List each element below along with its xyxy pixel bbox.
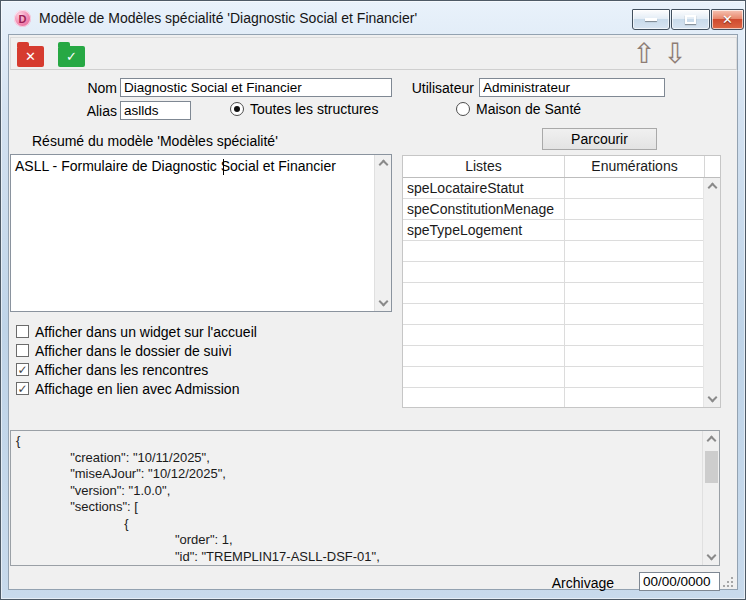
table-cell-liste[interactable]: speTypeLogement — [403, 220, 565, 240]
utilisateur-label: Utilisateur — [389, 79, 474, 98]
resume-textarea[interactable]: ASLL - Formulaire de Diagnostic Social e… — [11, 155, 374, 311]
table-row[interactable] — [403, 367, 720, 388]
app-window: D Modèle de Modèles spécialité 'Diagnost… — [0, 0, 746, 600]
scroll-up-arrow-icon[interactable] — [707, 436, 717, 446]
checkbox-box[interactable]: ✓ — [16, 363, 29, 376]
utilisateur-input[interactable] — [479, 78, 665, 97]
validate-button[interactable]: ✓ — [58, 46, 85, 67]
table-cell-enumeration[interactable] — [565, 241, 705, 261]
lists-table-rows: speLocataireStatutspeConstitutionMenages… — [403, 178, 720, 407]
archivage-date-input[interactable] — [639, 572, 720, 591]
radio-toutes-structures-label: Toutes les structures — [250, 101, 378, 117]
alias-input[interactable] — [120, 101, 191, 120]
table-cell-liste[interactable] — [403, 304, 565, 324]
titlebar[interactable]: D Modèle de Modèles spécialité 'Diagnost… — [1, 1, 745, 34]
scrollbar-thumb[interactable] — [705, 451, 718, 483]
maximize-icon — [685, 15, 696, 24]
table-row[interactable] — [403, 388, 720, 407]
checkbox-list: Afficher dans un widget sur l'accueilAff… — [16, 322, 376, 398]
table-cell-enumeration[interactable] — [565, 178, 705, 198]
table-cell-liste[interactable] — [403, 346, 565, 366]
dialog-content: ✕ ✓ ⇧ ⇩ Nom Utilisateur Alias Toutes les… — [8, 34, 738, 590]
minimize-icon — [645, 18, 657, 21]
column-header-enumerations[interactable]: Enumérations — [565, 156, 705, 177]
json-scrollbar[interactable] — [702, 431, 719, 565]
resume-label: Résumé du modèle 'Modèles spécialité' — [32, 132, 278, 151]
app-icon: D — [14, 10, 31, 27]
json-preview-text[interactable]: { "creation": "10/11/2025", "miseAJour":… — [11, 433, 701, 565]
checkbox-box[interactable] — [16, 325, 29, 338]
table-cell-liste[interactable] — [403, 367, 565, 387]
cancel-folder-icon: ✕ — [17, 46, 44, 67]
resume-scrollbar[interactable] — [374, 155, 391, 311]
json-line: { — [16, 433, 701, 450]
scroll-up-arrow-icon[interactable] — [708, 183, 718, 193]
scroll-up-arrow-icon[interactable] — [379, 160, 389, 170]
radio-maison-sante[interactable]: Maison de Santé — [456, 101, 581, 117]
scroll-down-arrow-icon[interactable] — [708, 393, 718, 403]
resize-grip-dots — [723, 577, 725, 579]
table-cell-liste[interactable]: speConstitutionMenage — [403, 199, 565, 219]
table-cell-enumeration[interactable] — [565, 283, 705, 303]
json-line: "sections": [ — [16, 499, 701, 516]
resume-box: ASLL - Formulaire de Diagnostic Social e… — [10, 154, 392, 312]
json-line: { — [16, 516, 701, 533]
table-cell-enumeration[interactable] — [565, 199, 705, 219]
lists-table-header: Listes Enumérations — [403, 156, 720, 178]
maximize-button[interactable] — [671, 9, 710, 30]
table-cell-enumeration[interactable] — [565, 220, 705, 240]
validate-folder-icon: ✓ — [58, 46, 85, 67]
move-down-button[interactable]: ⇩ — [661, 37, 689, 71]
parcourir-button[interactable]: Parcourir — [542, 128, 657, 150]
resize-grip[interactable] — [723, 577, 735, 589]
checkbox-label: Afficher dans le dossier de suivi — [35, 343, 232, 359]
table-cell-liste[interactable] — [403, 388, 565, 407]
table-row[interactable] — [403, 304, 720, 325]
checkbox-row[interactable]: ✓Affichage en lien avec Admission — [16, 379, 376, 398]
table-row[interactable]: speLocataireStatut — [403, 178, 720, 199]
table-row[interactable] — [403, 241, 720, 262]
table-cell-enumeration[interactable] — [565, 346, 705, 366]
up-arrow-icon: ⇧ — [632, 37, 655, 70]
cancel-button[interactable]: ✕ — [17, 46, 44, 67]
scroll-down-arrow-icon[interactable] — [379, 297, 389, 307]
scroll-down-arrow-icon[interactable] — [707, 551, 717, 561]
checkbox-box[interactable] — [16, 344, 29, 357]
table-row[interactable] — [403, 346, 720, 367]
close-button[interactable]: ✕ — [711, 9, 744, 30]
table-row[interactable] — [403, 283, 720, 304]
table-cell-enumeration[interactable] — [565, 388, 705, 407]
table-cell-enumeration[interactable] — [565, 304, 705, 324]
table-cell-enumeration[interactable] — [565, 367, 705, 387]
table-row[interactable]: speConstitutionMenage — [403, 199, 720, 220]
window-title: Modèle de Modèles spécialité 'Diagnostic… — [39, 10, 417, 26]
json-line: "id": "TREMPLIN17-ASLL-DSF-01", — [16, 549, 701, 566]
table-cell-liste[interactable]: speLocataireStatut — [403, 178, 565, 198]
table-cell-enumeration[interactable] — [565, 262, 705, 282]
app-icon-letter: D — [19, 13, 27, 25]
lists-table-body: speLocataireStatutspeConstitutionMenages… — [403, 178, 720, 407]
checkbox-row[interactable]: Afficher dans un widget sur l'accueil — [16, 322, 376, 341]
table-cell-liste[interactable] — [403, 283, 565, 303]
table-row[interactable]: speTypeLogement — [403, 220, 720, 241]
table-cell-liste[interactable] — [403, 262, 565, 282]
radio-maison-sante-dot — [456, 102, 470, 116]
minimize-button[interactable] — [632, 9, 670, 30]
table-scrollbar[interactable] — [703, 178, 720, 407]
table-cell-liste[interactable] — [403, 241, 565, 261]
checkbox-row[interactable]: ✓Afficher dans les rencontres — [16, 360, 376, 379]
move-up-button[interactable]: ⇧ — [630, 37, 658, 71]
table-row[interactable] — [403, 262, 720, 283]
radio-toutes-structures[interactable]: Toutes les structures — [230, 101, 378, 117]
table-cell-liste[interactable] — [403, 325, 565, 345]
column-header-listes[interactable]: Listes — [403, 156, 565, 177]
table-row[interactable] — [403, 325, 720, 346]
json-line: "version": "1.0.0", — [16, 483, 701, 500]
toolbar: ✕ ✓ ⇧ ⇩ — [10, 37, 737, 70]
checkbox-box[interactable]: ✓ — [16, 382, 29, 395]
nom-input[interactable] — [120, 78, 392, 97]
json-line: "creation": "10/11/2025", — [16, 450, 701, 467]
checkbox-row[interactable]: Afficher dans le dossier de suivi — [16, 341, 376, 360]
table-cell-enumeration[interactable] — [565, 325, 705, 345]
checkbox-label: Affichage en lien avec Admission — [35, 381, 239, 397]
